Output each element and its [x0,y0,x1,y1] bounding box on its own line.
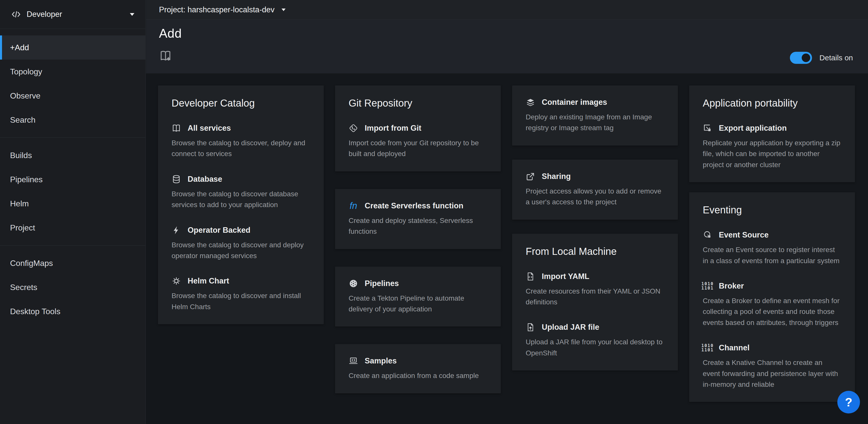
sidebar-item-builds[interactable]: Builds [0,143,146,167]
sidebar-nav: +AddTopologyObserveSearchBuildsPipelines… [0,29,146,323]
tile-description: Create a Tekton Pipeline to automate del… [349,293,487,315]
tile-title: Upload JAR file [542,323,599,332]
tile-link[interactable]: Import from Git [349,123,487,133]
tile-export-application: Export applicationReplicate your applica… [703,123,841,170]
tile-link[interactable]: 1010 1101Channel [703,343,841,352]
tile-link[interactable]: Container images [526,97,664,107]
main-area: Project: harshcasper-localsta-dev Add De… [146,0,868,424]
sidebar-item-observe[interactable]: Observe [0,84,146,108]
card-title: Git Repository [349,97,487,109]
sidebar-item-desktop-tools[interactable]: Desktop Tools [0,299,146,323]
tile-link[interactable]: 1010 1101Broker [703,281,841,291]
card-sharing[interactable]: SharingProject access allows you to add … [512,160,678,220]
card-title: From Local Machine [526,246,664,257]
quick-starts-book-plus-icon[interactable] [159,49,172,62]
tile-link[interactable]: Sharing [526,172,664,181]
tile-description: Browse the catalog to discover, deploy a… [172,138,310,159]
tile-description: Browse the catalog to discover and deplo… [172,239,310,261]
sidebar-item-search[interactable]: Search [0,108,146,132]
tile-create-serverless-function: fnCreate Serverless functionCreate and d… [349,201,487,237]
tile-description: Create a Knative Channel to create an ev… [703,357,841,390]
help-button[interactable]: ? [837,391,860,414]
card-column: Developer CatalogAll servicesBrowse the … [158,85,324,424]
tile-import-yaml: Import YAMLCreate resources from their Y… [526,272,664,308]
tile-link[interactable]: Pipelines [349,279,487,288]
card-column: Application portabilityExport applicatio… [689,85,855,424]
card-container-images[interactable]: Container imagesDeploy an existing Image… [512,85,678,145]
tile-description: Create an Event source to register inter… [703,244,841,266]
page-header: Add Details on [146,20,868,74]
tile-link[interactable]: fnCreate Serverless function [349,201,487,210]
tile-broker: 1010 1101BrokerCreate a Broker to define… [703,281,841,328]
tile-description: Create resources from their YAML or JSON… [526,286,664,308]
page-title: Add [159,20,853,41]
sidebar-item-helm[interactable]: Helm [0,192,146,216]
tile-title: Export application [719,124,786,133]
tile-database: DatabaseBrowse the catalog to discover d… [172,174,310,210]
tile-description: Import code from your Git repository to … [349,138,487,159]
tile-description: Browse the catalog to discover database … [172,189,310,210]
database-icon [172,174,181,184]
tile-link[interactable]: Event Source [703,230,841,240]
card-eventing: EventingEvent SourceCreate an Event sour… [689,192,855,402]
sidebar-item-add[interactable]: +Add [0,35,146,60]
tile-description: Deploy an existing Image from an Image r… [526,112,664,134]
tile-all-services: All servicesBrowse the catalog to discov… [172,123,310,159]
sidebar-item-pipelines[interactable]: Pipelines [0,167,146,192]
card-developer-catalog: Developer CatalogAll servicesBrowse the … [158,85,324,324]
tile-title: Channel [719,343,749,352]
tile-samples: SamplesCreate an application from a code… [349,356,487,381]
tile-link[interactable]: Helm Chart [172,276,310,286]
tile-link[interactable]: Operator Backed [172,225,310,235]
tile-description: Create a Broker to define an event mesh … [703,295,841,328]
git-icon [349,123,358,133]
card-create-serverless-function[interactable]: fnCreate Serverless functionCreate and d… [335,189,501,249]
tile-link[interactable]: Database [172,174,310,184]
tile-title: Sharing [542,172,570,181]
tile-description: Upload a JAR file from your local deskto… [526,337,664,359]
card-column: Git RepositoryImport from GitImport code… [335,85,501,424]
tile-helm-chart: Helm ChartBrowse the catalog to discover… [172,276,310,312]
sidebar-item-configmaps[interactable]: ConfigMaps [0,251,146,275]
tile-title: All services [188,124,231,133]
card-title: Developer Catalog [172,97,310,109]
card-from-local-machine: From Local MachineImport YAMLCreate reso… [512,234,678,371]
sidebar-item-project[interactable]: Project [0,216,146,240]
tile-link[interactable]: Upload JAR file [526,322,664,332]
sidebar: Developer +AddTopologyObserveSearchBuild… [0,0,146,424]
add-page-cards: Developer CatalogAll servicesBrowse the … [146,74,868,424]
tile-operator-backed: Operator BackedBrowse the catalog to dis… [172,225,310,261]
book-icon [172,123,181,133]
tile-description: Create and deploy stateless, Serverless … [349,215,487,237]
tile-pipelines: PipelinesCreate a Tekton Pipeline to aut… [349,279,487,315]
bolt-icon [172,225,181,235]
tile-title: Broker [719,282,744,290]
sidebar-divider [0,245,146,246]
openshift-console: Developer +AddTopologyObserveSearchBuild… [0,0,868,424]
tile-link[interactable]: All services [172,123,310,133]
project-selector[interactable]: Project: harshcasper-localsta-dev [146,0,868,20]
tile-description: Browse the catalog to discover and insta… [172,290,310,312]
sidebar-item-topology[interactable]: Topology [0,60,146,84]
details-toggle-switch[interactable] [790,52,812,64]
card-pipelines[interactable]: PipelinesCreate a Tekton Pipeline to aut… [335,267,501,327]
sidebar-item-secrets[interactable]: Secrets [0,275,146,299]
samples-icon [349,356,358,366]
toggle-knob [802,54,810,62]
jar-file-icon [526,322,535,332]
tile-sharing: SharingProject access allows you to add … [526,172,664,207]
layers-icon [526,97,535,107]
binary-icon: 1010 1101 [703,281,712,291]
tile-title: Import from Git [365,124,422,133]
tile-import-from-git: Import from GitImport code from your Git… [349,123,487,159]
card-samples[interactable]: SamplesCreate an application from a code… [335,344,501,393]
card-git-repository: Git RepositoryImport from GitImport code… [335,85,501,171]
perspective-switcher[interactable]: Developer [0,0,146,29]
tile-link[interactable]: Export application [703,123,841,133]
card-column: Container imagesDeploy an existing Image… [512,85,678,424]
tile-title: Import YAML [542,272,589,281]
tile-link[interactable]: Samples [349,356,487,366]
yaml-file-icon [526,272,535,281]
tile-link[interactable]: Import YAML [526,272,664,281]
tile-container-images: Container imagesDeploy an existing Image… [526,97,664,134]
